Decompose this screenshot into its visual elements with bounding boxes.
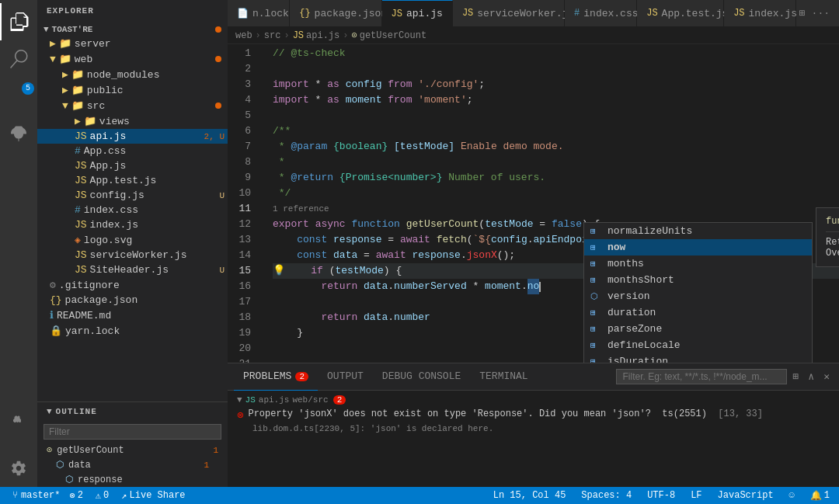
- activity-debug[interactable]: [0, 115, 37, 152]
- error-section-header[interactable]: ▼ JS api.js web/src 2: [234, 394, 833, 406]
- outline-item-data[interactable]: ⬡ data 1: [37, 457, 228, 472]
- code-line-5: [273, 108, 839, 123]
- tab-api-js[interactable]: JS api.js: [382, 0, 453, 27]
- tooltip-description: Returns unix time in milliseconds. Overw…: [826, 237, 839, 259]
- project-header[interactable]: ▼ TOAST'RE: [37, 22, 228, 36]
- panel-collapse-btn[interactable]: ∧: [805, 370, 817, 383]
- panel-tab-debug-console[interactable]: DEBUG CONSOLE: [373, 363, 470, 391]
- error-item-1[interactable]: ⊗ Property 'jsonX' does not exist on typ…: [234, 406, 833, 424]
- panel-tab-output[interactable]: OUTPUT: [318, 363, 373, 391]
- panel-actions: ⊞ ∧ ✕: [616, 369, 833, 384]
- ac-item-normalizeunits[interactable]: ⊞ normalizeUnits: [584, 223, 812, 239]
- ac-item-version[interactable]: ⬡ version: [584, 288, 812, 304]
- tooltip-signature: function moment.now(): number: [826, 216, 839, 227]
- tree-item-logo-svg[interactable]: ◈ logo.svg: [37, 232, 228, 248]
- tree-item-gitignore[interactable]: ⚙ .gitignore: [37, 277, 228, 293]
- outline-header[interactable]: ▼ OUTLINE: [37, 402, 228, 421]
- tab-package-json[interactable]: {} package.json: [290, 0, 381, 27]
- ac-item-now[interactable]: ⊞ now: [584, 239, 812, 255]
- panel-filter-input[interactable]: [616, 369, 787, 384]
- spaces-setting[interactable]: Spaces: 4: [578, 490, 635, 501]
- ac-item-monthsshort[interactable]: ⊞ monthsShort: [584, 272, 812, 288]
- live-share-btn[interactable]: ↗ Live Share: [118, 490, 188, 502]
- tab-nlock[interactable]: 📄 n.lock: [228, 0, 290, 27]
- ac-prop-icon-version: ⬡: [590, 291, 603, 301]
- ac-fn-icon-definelocale: ⊞: [590, 340, 603, 350]
- tree-item-service-worker[interactable]: JS serviceWorker.js: [37, 248, 228, 262]
- tree-item-index-js[interactable]: JS index.js: [37, 217, 228, 232]
- code-line-10: */: [273, 186, 839, 201]
- web-modified-dot: [215, 56, 221, 62]
- smiley-icon[interactable]: ☺: [786, 490, 798, 501]
- source-control-badge: 5: [22, 82, 34, 95]
- tree-item-index-css[interactable]: # index.css: [37, 203, 228, 217]
- autocomplete-dropdown: ⊞ normalizeUnits ⊞ now ⊞ months ⊞: [583, 222, 813, 363]
- git-icon: ⑂: [12, 490, 18, 501]
- tab-actions: ⊞ ···: [796, 7, 839, 19]
- tree-item-config-js[interactable]: JS config.js U: [37, 188, 228, 203]
- panel-tab-problems[interactable]: PROBLEMS 2: [234, 363, 318, 391]
- tree-item-api-js[interactable]: JS api.js 2, U: [37, 129, 228, 144]
- activity-settings[interactable]: [0, 450, 37, 487]
- tree-item-src[interactable]: ▼ 📁 src: [37, 98, 228, 113]
- ac-item-parsezone[interactable]: ⊞ parseZone: [584, 321, 812, 337]
- panel-tab-terminal[interactable]: TERMINAL: [470, 363, 537, 391]
- git-branch[interactable]: ⑂ master*: [6, 487, 66, 504]
- ac-item-duration[interactable]: ⊞ duration: [584, 304, 812, 321]
- tree-item-views[interactable]: ▶ 📁 views: [37, 113, 228, 129]
- config-badge: U: [219, 191, 225, 200]
- line-numbers: 1 2 3 4 5 6 7 8 9 10 11 12 13 14: [228, 44, 266, 363]
- bottom-panel: PROBLEMS 2 OUTPUT DEBUG CONSOLE TERMINAL: [228, 363, 839, 487]
- tree-item-yarn-lock[interactable]: 🔒 yarn.lock: [37, 323, 228, 339]
- tab-index-js[interactable]: JS index.js: [724, 0, 796, 27]
- tab-index-css[interactable]: # index.css: [565, 0, 637, 27]
- line-ending-setting[interactable]: LF: [688, 490, 705, 501]
- tab-service-worker[interactable]: JS serviceWorker.js: [453, 0, 565, 27]
- tree-item-site-header[interactable]: JS SiteHeader.js U: [37, 262, 228, 277]
- tree-item-app-css[interactable]: # App.css: [37, 144, 228, 158]
- tree-item-app-js[interactable]: JS App.js: [37, 158, 228, 173]
- code-editor[interactable]: 1 2 3 4 5 6 7 8 9 10 11 12 13 14: [228, 44, 839, 363]
- tree-item-package-json[interactable]: {} package.json: [37, 293, 228, 308]
- ac-item-definelocale[interactable]: ⊞ defineLocale: [584, 337, 812, 353]
- tree-item-app-test-js[interactable]: JS App.test.js: [37, 173, 228, 188]
- encoding-setting[interactable]: UTF-8: [644, 490, 678, 501]
- warning-count[interactable]: ⚠ 0: [92, 490, 112, 502]
- panel-tabs: PROBLEMS 2 OUTPUT DEBUG CONSOLE TERMINAL: [228, 363, 839, 391]
- panel-filter-btn[interactable]: ⊞: [790, 370, 802, 383]
- tree-item-node-modules[interactable]: ▶ 📁 node_modules: [37, 67, 228, 82]
- tree-item-public[interactable]: ▶ 📁 public: [37, 82, 228, 98]
- packagejson-icon: {}: [299, 8, 310, 19]
- code-line-4: import * as moment from 'moment';: [273, 92, 839, 108]
- outline-filter-input[interactable]: [44, 424, 221, 440]
- editor-area: 📄 n.lock {} package.json JS api.js JS se…: [228, 0, 839, 487]
- code-line-11: 1 reference: [273, 201, 839, 217]
- siteheader-badge: U: [219, 266, 225, 275]
- outline-item-getusercount[interactable]: ⊙ getUserCount 1: [37, 443, 228, 457]
- cursor-position[interactable]: Ln 15, Col 45: [490, 490, 569, 501]
- tree-item-web[interactable]: ▼ 📁 web: [37, 51, 228, 67]
- sidebar: EXPLORER ▼ TOAST'RE ▶ 📁 server ▼ 📁 web: [37, 0, 228, 487]
- code-line-3: import * as config from './config';: [273, 77, 839, 92]
- activity-files[interactable]: [0, 3, 37, 40]
- split-editor-btn[interactable]: ⊞: [796, 7, 809, 19]
- ac-item-months[interactable]: ⊞ months: [584, 255, 812, 272]
- panel-close-btn[interactable]: ✕: [820, 370, 833, 383]
- tab-app-test[interactable]: JS App.test.js: [637, 0, 724, 27]
- error-icon: ⊗: [69, 490, 75, 502]
- activity-extensions[interactable]: [0, 406, 37, 443]
- ac-fn-icon-now: ⊞: [590, 242, 603, 252]
- tree-item-readme[interactable]: ℹ README.md: [37, 308, 228, 323]
- more-actions-btn[interactable]: ···: [809, 8, 833, 19]
- error-count[interactable]: ⊗ 2: [66, 490, 85, 502]
- notifications-btn[interactable]: 🔔 1: [807, 490, 833, 502]
- language-mode[interactable]: JavaScript: [715, 490, 777, 501]
- activity-search[interactable]: [0, 40, 37, 78]
- nlock-icon: 📄: [237, 8, 249, 19]
- tree-item-server[interactable]: ▶ 📁 server: [37, 36, 228, 51]
- ac-item-isduration[interactable]: ⊞ isDuration: [584, 353, 812, 363]
- main-area: 5 EXPLORER ▼ TOAST'RE: [0, 0, 839, 487]
- outline-item-response[interactable]: ⬡ response: [37, 472, 228, 487]
- problems-badge: 2: [295, 372, 308, 381]
- activity-source-control[interactable]: 5: [0, 78, 37, 115]
